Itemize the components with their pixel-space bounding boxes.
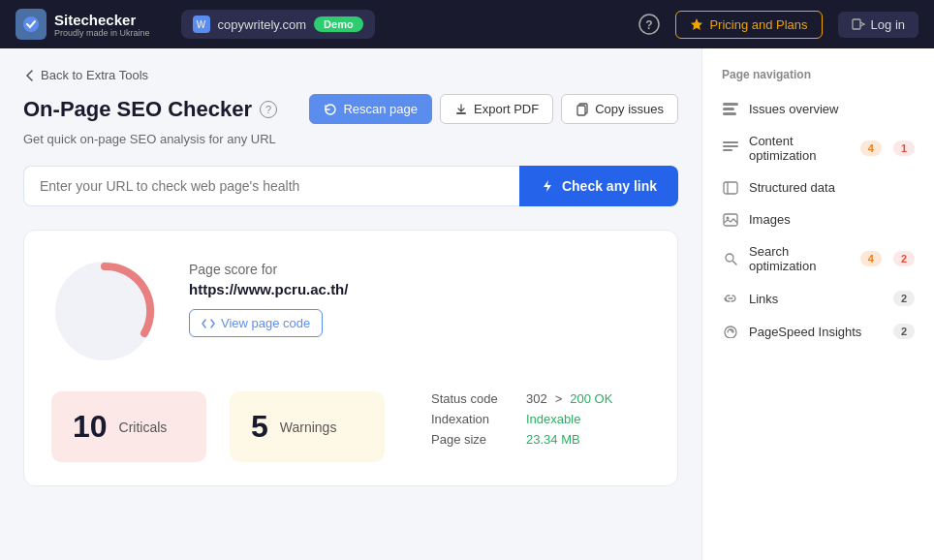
search-optimization-badge1: 4 (860, 251, 882, 266)
logo-title: Sitechecker (54, 12, 136, 28)
url-input[interactable] (23, 166, 519, 206)
status-code-ok: 200 OK (570, 391, 612, 406)
nav-section-title: Page navigation (702, 68, 934, 93)
warnings-card: 5 Warnings (230, 391, 385, 462)
page-title-row: On-Page SEO Checker ? (23, 97, 277, 122)
export-icon (454, 103, 468, 116)
links-badge: 2 (893, 291, 915, 306)
sidebar-item-search-optimization[interactable]: Search optimization 4 2 (702, 235, 934, 282)
score-url: https://www.pcru.ac.th/ (189, 281, 348, 297)
page-title: On-Page SEO Checker (23, 97, 252, 122)
code-icon (202, 317, 215, 330)
svg-point-21 (725, 327, 736, 338)
score-section: 15 of 100 Page score for https://www.pcr… (23, 230, 678, 486)
score-for-label: Page score for (189, 262, 348, 277)
help-button[interactable]: ? (638, 14, 660, 35)
back-link[interactable]: Back to Extra Tools (23, 68, 678, 82)
content-optimization-badge1: 4 (860, 140, 882, 156)
pagespeed-label: PageSpeed Insights (749, 325, 882, 339)
copy-button[interactable]: Copy issues (561, 94, 678, 124)
page-size-val: 23.34 MB (526, 432, 580, 447)
issues-overview-icon (722, 103, 739, 116)
structured-data-label: Structured data (749, 180, 915, 195)
sidebar-item-pagespeed[interactable]: PageSpeed Insights 2 (702, 315, 934, 348)
back-arrow-icon (23, 69, 37, 82)
search-optimization-label: Search optimization (749, 244, 849, 273)
score-info: Page score for https://www.pcru.ac.th/ V… (189, 258, 348, 337)
logo-icon (16, 9, 47, 40)
login-icon (852, 17, 865, 31)
pricing-label: Pricing and Plans (709, 17, 807, 32)
content-optimization-badge2: 1 (893, 140, 915, 156)
status-info: Status code 302 > 200 OK Indexation Inde… (431, 391, 612, 447)
status-code-arrow: > (555, 391, 563, 406)
export-button[interactable]: Export PDF (440, 94, 553, 124)
sidebar-item-structured-data[interactable]: Structured data (702, 171, 934, 203)
rescan-button[interactable]: Rescan page (309, 94, 432, 124)
metrics-row: 10 Criticals 5 Warnings Status code 302 … (51, 391, 650, 462)
pricing-button[interactable]: Pricing and Plans (675, 11, 822, 39)
rescan-icon (324, 103, 337, 116)
svg-rect-6 (577, 106, 585, 115)
logo-text-area: Sitechecker Proudly made in Ukraine (54, 12, 150, 38)
svg-rect-10 (723, 108, 734, 110)
links-label: Links (749, 292, 882, 306)
indexation-row: Indexation Indexable (431, 412, 612, 426)
images-icon (722, 213, 739, 227)
content-optimization-label: Content optimization (749, 134, 849, 163)
demo-badge: Demo (314, 16, 363, 32)
view-code-label: View page code (221, 316, 310, 330)
warnings-number: 5 (251, 409, 268, 445)
right-sidebar: Page navigation Issues overview Content … (701, 48, 934, 560)
site-pill[interactable]: W copywritely.com Demo (181, 10, 375, 39)
check-button[interactable]: Check any link (519, 166, 678, 206)
sidebar-item-links[interactable]: Links 2 (702, 282, 934, 315)
svg-rect-4 (456, 112, 466, 114)
criticals-label: Criticals (119, 420, 168, 435)
page-header: On-Page SEO Checker ? Rescan page E (23, 94, 678, 124)
view-code-button[interactable]: View page code (189, 309, 323, 337)
svg-rect-13 (723, 145, 738, 147)
svg-rect-9 (723, 103, 738, 106)
svg-rect-14 (723, 149, 732, 151)
copy-label: Copy issues (595, 102, 664, 116)
search-row: Check any link (23, 166, 678, 206)
sidebar-item-images[interactable]: Images (702, 203, 934, 235)
svg-text:?: ? (646, 18, 653, 32)
links-icon (722, 292, 739, 305)
criticals-card: 10 Criticals (51, 391, 206, 462)
images-label: Images (749, 212, 915, 227)
pricing-icon (690, 17, 703, 31)
login-button[interactable]: Log in (838, 12, 918, 38)
export-label: Export PDF (474, 102, 539, 116)
warnings-label: Warnings (280, 420, 337, 435)
svg-point-19 (726, 254, 733, 262)
rescan-label: Rescan page (343, 102, 418, 116)
logo: Sitechecker Proudly made in Ukraine (16, 9, 150, 40)
score-arc (51, 258, 158, 364)
action-buttons: Rescan page Export PDF Copy issues (309, 94, 678, 124)
indexation-key: Indexation (431, 412, 518, 426)
copy-icon (576, 103, 589, 116)
score-circle: 15 of 100 (51, 258, 158, 364)
login-label: Log in (871, 17, 905, 32)
svg-rect-12 (723, 141, 738, 143)
page-size-key: Page size (431, 432, 518, 447)
main-layout: Back to Extra Tools On-Page SEO Checker … (0, 48, 934, 560)
status-code-row: Status code 302 > 200 OK (431, 391, 612, 406)
sidebar-item-issues-overview[interactable]: Issues overview (702, 93, 934, 125)
pagespeed-badge: 2 (893, 324, 915, 339)
site-name: copywritely.com (218, 17, 307, 32)
content-optimization-icon (722, 141, 739, 155)
svg-rect-15 (724, 182, 737, 194)
issues-overview-label: Issues overview (749, 102, 915, 116)
svg-point-18 (727, 216, 730, 219)
page-size-row: Page size 23.34 MB (431, 432, 612, 447)
score-top: 15 of 100 Page score for https://www.pcr… (51, 258, 650, 364)
help-icon[interactable]: ? (260, 101, 277, 118)
top-navigation: Sitechecker Proudly made in Ukraine W co… (0, 0, 934, 48)
status-code-key: Status code (431, 391, 518, 406)
sidebar-item-content-optimization[interactable]: Content optimization 4 1 (702, 125, 934, 171)
check-label: Check any link (562, 178, 657, 194)
back-link-label: Back to Extra Tools (41, 68, 148, 82)
